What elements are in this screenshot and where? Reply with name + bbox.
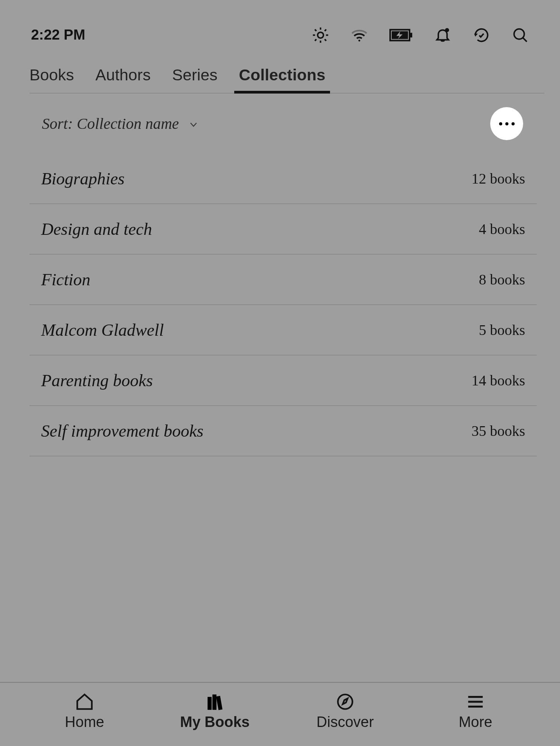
collection-count: 4 books xyxy=(479,220,525,238)
bottom-nav: Home My Books Discover Mor xyxy=(0,682,560,746)
collection-row[interactable]: Malcom Gladwell 5 books xyxy=(29,305,537,356)
collection-name: Malcom Gladwell xyxy=(41,320,164,340)
nav-more[interactable]: More xyxy=(410,694,541,730)
sync-icon[interactable] xyxy=(473,26,490,44)
library-tabs: Books Authors Series Collections xyxy=(29,58,544,94)
more-icon xyxy=(499,122,502,125)
nav-label: Home xyxy=(65,714,104,730)
tab-series[interactable]: Series xyxy=(172,58,218,93)
sort-button[interactable]: Sort: Collection name xyxy=(42,115,199,133)
collection-name: Parenting books xyxy=(41,371,153,390)
wifi-icon[interactable] xyxy=(351,26,368,44)
svg-line-4 xyxy=(325,39,326,41)
tab-collections[interactable]: Collections xyxy=(239,58,325,93)
notifications-icon[interactable] xyxy=(434,26,451,44)
collections-list: Biographies 12 books Design and tech 4 b… xyxy=(29,154,537,456)
tab-books[interactable]: Books xyxy=(29,58,74,93)
nav-label: My Books xyxy=(180,714,249,730)
nav-label: More xyxy=(459,714,493,730)
sort-label: Sort: Collection name xyxy=(42,115,179,133)
collection-count: 14 books xyxy=(472,372,525,389)
status-bar: 2:22 PM xyxy=(0,0,560,58)
svg-rect-11 xyxy=(410,33,412,37)
svg-marker-15 xyxy=(474,33,478,36)
svg-point-0 xyxy=(318,32,323,38)
nav-my-books[interactable]: My Books xyxy=(150,694,280,730)
menu-icon xyxy=(466,694,485,710)
svg-line-8 xyxy=(325,29,326,31)
svg-marker-22 xyxy=(343,699,348,704)
status-time: 2:22 PM xyxy=(31,27,85,43)
tab-authors[interactable]: Authors xyxy=(95,58,151,93)
chevron-down-icon xyxy=(188,120,199,130)
collection-count: 5 books xyxy=(479,321,525,338)
collection-name: Self improvement books xyxy=(41,421,204,441)
collection-row[interactable]: Fiction 8 books xyxy=(29,255,537,305)
collection-count: 12 books xyxy=(472,170,525,187)
collection-row[interactable]: Parenting books 14 books xyxy=(29,356,537,406)
collection-row[interactable]: Biographies 12 books xyxy=(29,154,537,204)
svg-point-21 xyxy=(338,694,353,709)
svg-point-14 xyxy=(445,28,449,32)
collection-name: Fiction xyxy=(41,270,90,290)
collection-count: 35 books xyxy=(472,422,525,439)
collection-row[interactable]: Self improvement books 35 books xyxy=(29,406,537,456)
svg-line-3 xyxy=(315,29,316,31)
home-icon xyxy=(75,694,94,710)
nav-label: Discover xyxy=(316,714,374,730)
collection-count: 8 books xyxy=(479,271,525,288)
svg-rect-20 xyxy=(216,696,222,710)
compass-icon xyxy=(335,694,355,710)
battery-charging-icon[interactable] xyxy=(389,26,413,44)
svg-line-7 xyxy=(315,39,316,41)
svg-point-9 xyxy=(358,40,360,42)
sort-row: Sort: Collection name xyxy=(0,94,560,154)
svg-rect-18 xyxy=(207,697,211,710)
collection-name: Design and tech xyxy=(41,219,152,239)
collection-row[interactable]: Design and tech 4 books xyxy=(29,204,537,255)
status-icons xyxy=(312,26,529,44)
svg-line-17 xyxy=(523,38,527,42)
books-icon xyxy=(205,694,225,710)
svg-point-16 xyxy=(514,29,524,39)
brightness-icon[interactable] xyxy=(312,26,329,44)
collection-name: Biographies xyxy=(41,169,124,189)
nav-home[interactable]: Home xyxy=(19,694,150,730)
svg-rect-19 xyxy=(213,694,216,710)
more-options-button[interactable] xyxy=(490,107,523,140)
nav-discover[interactable]: Discover xyxy=(280,694,410,730)
search-icon[interactable] xyxy=(512,26,529,44)
